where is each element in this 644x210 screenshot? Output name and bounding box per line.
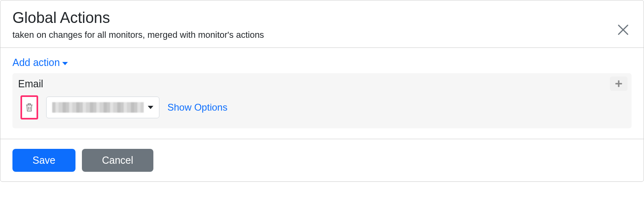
panel-header: Global Actions taken on changes for all …	[0, 0, 644, 48]
show-options-link[interactable]: Show Options	[167, 102, 227, 113]
caret-down-icon	[148, 106, 153, 109]
save-button[interactable]: Save	[12, 149, 75, 172]
trash-icon	[24, 102, 34, 113]
svg-rect-3	[615, 83, 622, 84]
caret-down-icon	[62, 62, 68, 65]
action-row: Show Options	[18, 95, 624, 119]
global-actions-panel: Global Actions taken on changes for all …	[0, 0, 644, 182]
add-action-dropdown[interactable]: Add action	[12, 57, 68, 68]
action-card: Email	[12, 73, 632, 128]
panel-body: Add action Email	[0, 48, 644, 139]
delete-action-button[interactable]	[20, 95, 38, 119]
recipient-select[interactable]	[46, 97, 159, 118]
close-icon	[616, 23, 630, 37]
cancel-button[interactable]: Cancel	[82, 149, 153, 172]
add-recipient-button[interactable]	[610, 76, 628, 91]
panel-subtitle: taken on changes for all monitors, merge…	[12, 30, 632, 40]
panel-footer: Save Cancel	[0, 139, 644, 181]
close-button[interactable]	[616, 23, 630, 37]
action-type-label: Email	[18, 78, 624, 95]
plus-icon	[614, 79, 623, 88]
add-action-label: Add action	[12, 57, 60, 68]
panel-title: Global Actions	[12, 9, 632, 27]
recipient-value	[52, 102, 144, 113]
